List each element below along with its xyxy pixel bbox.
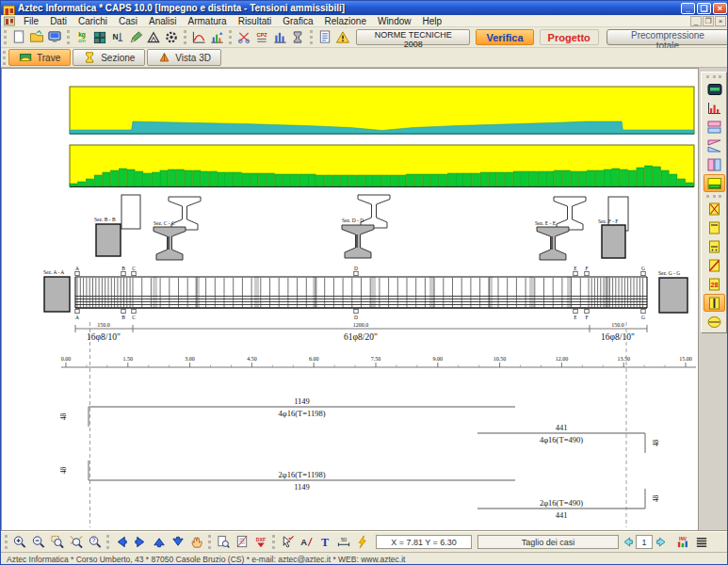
pan-down-button[interactable] — [169, 534, 187, 551]
toolbar-grip[interactable] — [706, 195, 721, 198]
case-selector[interactable]: Taglio dei casi — [477, 535, 619, 549]
section-bars-button[interactable] — [704, 294, 725, 312]
mdi-restore-button[interactable]: ❐ — [703, 16, 714, 26]
minimize-button[interactable]: _ — [681, 3, 695, 14]
legend-screen-button[interactable] — [704, 80, 725, 98]
section-cut-button[interactable] — [235, 29, 252, 46]
print-area-button[interactable] — [233, 534, 251, 551]
close-button[interactable]: × — [713, 3, 727, 14]
toolbar-grip[interactable] — [3, 51, 6, 65]
toolbar-grip[interactable] — [706, 75, 721, 78]
toolbar-grip[interactable] — [184, 30, 186, 44]
impegno-view-button[interactable] — [704, 174, 725, 192]
toolbar-grip[interactable] — [67, 30, 70, 44]
previous-case-button[interactable] — [619, 534, 636, 550]
toolbar-grip[interactable] — [310, 30, 313, 44]
section-none-button[interactable] — [704, 200, 725, 218]
case-number-field[interactable]: 1 — [636, 535, 653, 549]
mdi-close-button[interactable]: × — [715, 16, 726, 26]
svg-text:Sez. A - A: Sez. A - A — [43, 269, 64, 275]
menu-carichi[interactable]: Carichi — [73, 16, 113, 26]
progetto-button[interactable]: Progetto — [540, 29, 599, 45]
pan-right-button[interactable] — [131, 534, 150, 551]
section-round-button[interactable] — [704, 313, 725, 331]
svg-text:61φ8/20": 61φ8/20" — [344, 332, 378, 342]
svg-text:0.00: 0.00 — [61, 356, 72, 362]
case-list-button[interactable] — [692, 534, 711, 551]
redraw-button[interactable] — [278, 534, 297, 551]
norme-tecniche-button[interactable]: NORME TECNICHE 2008 — [356, 29, 470, 45]
menu-window[interactable]: Window — [372, 16, 417, 26]
svg-text:T: T — [321, 536, 329, 549]
svg-text:Sez. D - D: Sez. D - D — [342, 218, 364, 223]
text-tool-button[interactable]: T — [315, 534, 334, 551]
menu-items: FileDatiCarichiCasiAnalisiArmaturaRisult… — [18, 15, 447, 27]
print-preview-button[interactable] — [214, 534, 233, 551]
svg-text:13.50: 13.50 — [617, 356, 630, 362]
menu-casi[interactable]: Casi — [113, 16, 143, 26]
histogram-button[interactable] — [270, 29, 288, 46]
new-file-button[interactable] — [9, 29, 27, 46]
section-excluded-button[interactable] — [704, 256, 725, 274]
tab-trave[interactable]: Trave — [8, 49, 71, 66]
stress-bottom-button[interactable] — [704, 155, 725, 173]
menu-relazione[interactable]: Relazione — [318, 16, 371, 26]
precompressione-totale-button[interactable]: Precompressione totale — [607, 29, 728, 45]
report-button[interactable] — [315, 29, 333, 46]
options-button[interactable] — [162, 29, 180, 46]
geometry-button[interactable]: N — [108, 29, 126, 46]
menu-risultati[interactable]: Risultati — [233, 16, 278, 26]
chart-combo-button[interactable] — [207, 29, 225, 46]
zoom-in-button[interactable] — [10, 534, 29, 551]
zoom-extents-button[interactable] — [67, 534, 86, 551]
verifica-button[interactable]: Verifica — [476, 29, 533, 45]
bottom-impegno-diagram — [70, 145, 694, 187]
section-labels-button[interactable]: 28 — [704, 275, 725, 293]
section-view-button[interactable] — [288, 29, 306, 46]
stress-top-button[interactable] — [704, 118, 725, 136]
cpz-view-button[interactable]: CPZ — [252, 29, 270, 46]
dxf-export-button[interactable]: DXF — [251, 534, 270, 551]
stress-middle-button[interactable] — [704, 137, 725, 154]
app-icon — [3, 3, 15, 14]
tab-sezione[interactable]: Sezione — [73, 49, 145, 66]
pan-up-button[interactable] — [150, 534, 169, 551]
drawing-canvas[interactable]: Sez. B - BSez. C - CSez. D - DSez. E - E… — [1, 68, 699, 531]
truss-button[interactable] — [144, 29, 162, 46]
zoom-dynamic-button[interactable]: ? — [86, 534, 105, 551]
pan-hand-button[interactable] — [187, 534, 206, 551]
child-window-icon[interactable] — [4, 16, 15, 26]
diagram-chart-button[interactable] — [704, 99, 725, 117]
menu-dati[interactable]: Dati — [44, 16, 73, 26]
mdi-minimize-button[interactable]: _ — [690, 16, 702, 26]
menu-analisi[interactable]: Analisi — [143, 16, 182, 26]
svg-text:1149: 1149 — [294, 396, 310, 406]
menu-grafica[interactable]: Grafica — [277, 16, 318, 26]
next-case-button[interactable] — [653, 534, 670, 550]
open-file-button[interactable] — [27, 29, 45, 46]
toolbar-grip[interactable] — [4, 30, 7, 44]
save-file-button[interactable] — [45, 29, 63, 46]
svg-text:4φ16(T=1198): 4φ16(T=1198) — [279, 409, 326, 418]
snap-button[interactable] — [353, 534, 372, 551]
section-middle-button[interactable] — [704, 237, 725, 255]
warning-button[interactable] — [333, 29, 351, 46]
section-top-button[interactable] — [704, 218, 725, 236]
chart-moment-button[interactable] — [189, 29, 207, 46]
edit-button[interactable] — [126, 29, 144, 46]
pan-left-button[interactable] — [112, 534, 131, 551]
toolbar-grip[interactable] — [229, 30, 232, 44]
menu-file[interactable]: File — [18, 16, 44, 26]
toolbar-grip[interactable] — [5, 535, 8, 549]
tab-vista-3d[interactable]: Vista 3D — [147, 49, 221, 66]
inv-chart-button[interactable]: INV — [673, 534, 692, 551]
menu-help[interactable]: Help — [417, 16, 448, 26]
font-style-button[interactable]: A — [297, 534, 315, 551]
measure-button[interactable]: 50 — [334, 534, 353, 551]
menu-armatura[interactable]: Armatura — [183, 16, 233, 26]
materials-button[interactable] — [90, 29, 108, 46]
zoom-window-button[interactable] — [48, 534, 67, 551]
units-button[interactable]: kgcm — [73, 29, 90, 46]
maximize-button[interactable]: ❏ — [697, 3, 711, 14]
zoom-out-button[interactable] — [29, 534, 48, 551]
